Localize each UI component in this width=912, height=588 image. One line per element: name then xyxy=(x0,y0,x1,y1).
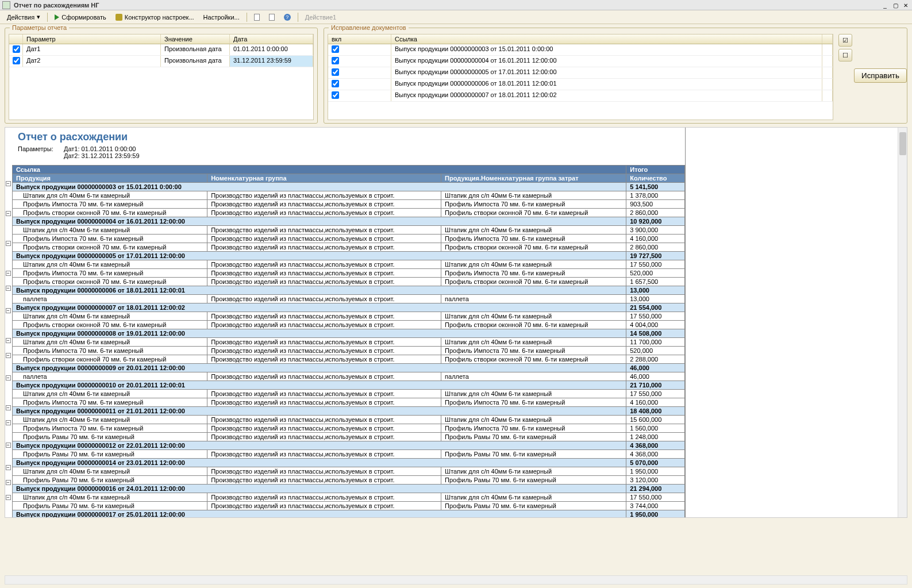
report-area: −−−−−−−−−−−−−−− Отчет о расхождении Пара… xyxy=(5,127,907,518)
collapse-toggle[interactable]: − xyxy=(6,181,11,186)
close-icon[interactable]: ✕ xyxy=(902,1,910,9)
group-row[interactable]: Выпуск продукции 00000000016 от 24.01.20… xyxy=(13,485,685,493)
docs-row[interactable]: Выпуск продукции 00000000006 от 18.01.20… xyxy=(328,79,833,90)
docs-row[interactable]: Выпуск продукции 00000000003 от 15.01.20… xyxy=(328,44,833,56)
param-checkbox[interactable] xyxy=(13,45,20,53)
check-all-button[interactable]: ☑ xyxy=(838,34,852,47)
collapse-toggle[interactable]: − xyxy=(6,286,11,291)
group-row[interactable]: Выпуск продукции 00000000005 от 17.01.20… xyxy=(13,252,685,260)
detail-row[interactable]: Штапик для с/п 40мм 6-ти камерныйПроизво… xyxy=(13,493,685,502)
detail-row[interactable]: Профиль Импоста 70 мм. 6-ти камерныйПрои… xyxy=(13,200,685,209)
detail-row[interactable]: Профиль Рамы 70 мм. 6-ти камерныйПроизво… xyxy=(13,450,685,459)
detail-row[interactable]: Штапик для с/п 40мм 6-ти камерныйПроизво… xyxy=(13,260,685,269)
param-date: 01.01.2011 0:00:00 xyxy=(230,44,313,55)
collapse-toggle[interactable]: − xyxy=(6,443,11,448)
minimize-icon[interactable]: _ xyxy=(881,1,889,9)
report-body: Отчет о расхождении Параметры: Дат1: 01.… xyxy=(12,128,685,517)
doc-button[interactable] xyxy=(251,13,263,22)
collapse-toggle[interactable]: − xyxy=(6,375,11,381)
fix-button[interactable]: Исправить xyxy=(854,68,907,83)
detail-row[interactable]: Профиль Импоста 70 мм. 6-ти камерныйПрои… xyxy=(13,424,685,433)
doc-checkbox[interactable] xyxy=(332,80,339,87)
detail-row[interactable]: Профиль Импоста 70 мм. 6-ти камерныйПрои… xyxy=(13,269,685,278)
actions-menu-label: Действия xyxy=(7,14,34,21)
detail-row[interactable]: Профиль Импоста 70 мм. 6-ти камерныйПрои… xyxy=(13,235,685,243)
group-row[interactable]: Выпуск продукции 00000000010 от 20.01.20… xyxy=(13,381,685,390)
document-icon xyxy=(254,14,260,21)
doc-checkbox[interactable] xyxy=(332,68,339,76)
detail-row[interactable]: Штапик для с/п 40мм 6-ти камерныйПроизво… xyxy=(13,312,685,321)
group-row[interactable]: Выпуск продукции 00000000004 от 16.01.20… xyxy=(13,217,685,226)
detail-row[interactable]: Профиль Рамы 70 мм. 6-ти камерныйПроизво… xyxy=(13,502,685,510)
detail-row[interactable]: Профиль створки оконной 70 мм. 6-ти каме… xyxy=(13,355,685,364)
detail-row[interactable]: Профиль Импоста 70 мм. 6-ти камерныйПрои… xyxy=(13,347,685,355)
group-row[interactable]: Выпуск продукции 00000000003 от 15.01.20… xyxy=(13,183,685,191)
detail-row[interactable]: Штапик для с/п 40мм 6-ти камерныйПроизво… xyxy=(13,226,685,235)
group-row[interactable]: Выпуск продукции 00000000011 от 21.01.20… xyxy=(13,407,685,416)
detail-row[interactable]: Штапик для с/п 40мм 6-ти камерныйПроизво… xyxy=(13,191,685,200)
doc-checkbox[interactable] xyxy=(332,57,339,64)
docs-action-area: Исправить xyxy=(857,34,903,120)
collapse-toggle[interactable]: − xyxy=(6,420,11,425)
action1-button[interactable]: Действие1 xyxy=(302,13,340,22)
param-value: Произвольная дата xyxy=(161,56,230,67)
group-row[interactable]: Выпуск продукции 00000000014 от 23.01.20… xyxy=(13,459,685,467)
wrench-icon xyxy=(116,14,122,21)
collapse-toggle[interactable]: − xyxy=(6,338,11,343)
report-params: Параметры: Дат1: 01.01.2011 0:00:00 Дат2… xyxy=(12,145,685,165)
restore-icon[interactable]: ▢ xyxy=(891,1,899,9)
param-checkbox[interactable] xyxy=(13,57,20,64)
settings-button[interactable]: Настройки... xyxy=(200,13,243,22)
collapse-toggle[interactable]: − xyxy=(6,480,11,485)
collapse-toggle[interactable]: − xyxy=(6,241,11,246)
detail-row[interactable]: Штапик для с/п 40мм 6-ти камерныйПроизво… xyxy=(13,416,685,424)
group-row[interactable]: Выпуск продукции 00000000017 от 25.01.20… xyxy=(13,510,685,518)
group-row[interactable]: Выпуск продукции 00000000009 от 20.01.20… xyxy=(13,364,685,372)
docs-row[interactable]: Выпуск продукции 00000000007 от 18.01.20… xyxy=(328,90,833,102)
detail-row[interactable]: Штапик для с/п 40мм 6-ти камерныйПроизво… xyxy=(13,390,685,398)
doc-button-2[interactable] xyxy=(265,13,278,22)
docs-row[interactable]: Выпуск продукции 00000000004 от 16.01.20… xyxy=(328,56,833,67)
group-row[interactable]: Выпуск продукции 00000000007 от 18.01.20… xyxy=(13,303,685,312)
collapse-toggle[interactable]: − xyxy=(6,308,11,313)
detail-row[interactable]: Профиль створки оконной 70 мм. 6-ти каме… xyxy=(13,321,685,329)
form-button[interactable]: Сформировать xyxy=(51,13,110,22)
collapse-toggle[interactable]: − xyxy=(6,271,11,276)
hdr-costgroup: Продукция.Номенклатурная группа затрат xyxy=(441,174,626,183)
collapse-toggle[interactable]: − xyxy=(6,465,11,470)
group-row[interactable]: Выпуск продукции 00000000006 от 18.01.20… xyxy=(13,286,685,295)
uncheck-all-button[interactable]: ☐ xyxy=(838,49,852,62)
collapse-toggle[interactable]: − xyxy=(6,211,11,216)
detail-row[interactable]: паллетаПроизводство изделий из пластмасс… xyxy=(13,295,685,303)
collapse-toggle[interactable]: − xyxy=(6,495,11,500)
params-grid-header: Параметр Значение Дата xyxy=(9,34,313,44)
detail-row[interactable]: Штапик для с/п 40мм 6-ти камерныйПроизво… xyxy=(13,338,685,347)
vertical-scrollbar[interactable] xyxy=(898,128,907,517)
param-name: Дат1 xyxy=(23,44,161,55)
help-button[interactable]: ? xyxy=(280,13,294,22)
detail-row[interactable]: Штапик для с/п 40мм 6-ти камерныйПроизво… xyxy=(13,467,685,476)
horizontal-scrollbar[interactable] xyxy=(5,575,907,585)
actions-menu[interactable]: Действия ▾ xyxy=(3,12,44,22)
detail-row[interactable]: паллетаПроизводство изделий из пластмасс… xyxy=(13,372,685,381)
collapse-toggle[interactable]: − xyxy=(6,353,11,358)
detail-row[interactable]: Профиль створки оконной 70 мм. 6-ти каме… xyxy=(13,278,685,286)
detail-row[interactable]: Профиль створки оконной 70 мм. 6-ти каме… xyxy=(13,243,685,252)
docs-row[interactable]: Выпуск продукции 00000000005 от 17.01.20… xyxy=(328,67,833,79)
group-row[interactable]: Выпуск продукции 00000000012 от 22.01.20… xyxy=(13,441,685,450)
params-row[interactable]: Дат1Произвольная дата01.01.2011 0:00:00 xyxy=(9,44,313,56)
detail-row[interactable]: Профиль створки оконной 70 мм. 6-ти каме… xyxy=(13,209,685,217)
group-row[interactable]: Выпуск продукции 00000000008 от 19.01.20… xyxy=(13,329,685,338)
settings-designer-button[interactable]: Конструктор настроек... xyxy=(112,13,198,22)
doc-link: Выпуск продукции 00000000007 от 18.01.20… xyxy=(391,90,822,101)
params-grid: Параметр Значение Дата Дат1Произвольная … xyxy=(9,34,314,120)
detail-row[interactable]: Профиль Импоста 70 мм. 6-ти камерныйПрои… xyxy=(13,398,685,407)
doc-checkbox[interactable] xyxy=(332,91,339,99)
collapse-toggle[interactable]: − xyxy=(6,405,11,410)
row-gutter: −−−−−−−−−−−−−−− xyxy=(5,128,12,517)
hdr-link: Ссылка xyxy=(13,166,626,174)
doc-checkbox[interactable] xyxy=(332,45,339,53)
params-row[interactable]: Дат2Произвольная дата31.12.2011 23:59:59 xyxy=(9,56,313,67)
detail-row[interactable]: Профиль Рамы 70 мм. 6-ти камерныйПроизво… xyxy=(13,433,685,441)
detail-row[interactable]: Профиль Рамы 70 мм. 6-ти камерныйПроизво… xyxy=(13,476,685,485)
